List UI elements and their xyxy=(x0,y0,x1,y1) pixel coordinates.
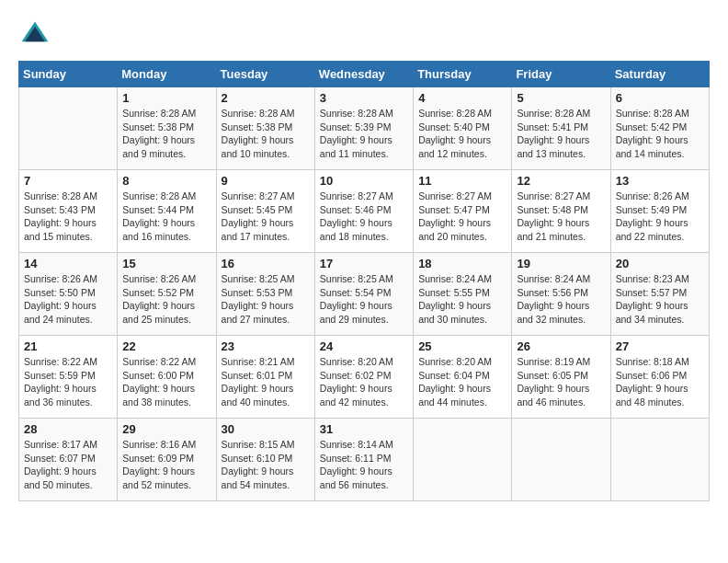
week-row-2: 7Sunrise: 8:28 AMSunset: 5:43 PMDaylight… xyxy=(19,170,710,253)
day-number: 27 xyxy=(616,339,704,353)
calendar-table: SundayMondayTuesdayWednesdayThursdayFrid… xyxy=(18,61,710,501)
day-info: Sunrise: 8:28 AMSunset: 5:38 PMDaylight:… xyxy=(222,107,310,161)
day-info: Sunrise: 8:24 AMSunset: 5:55 PMDaylight:… xyxy=(418,272,506,327)
calendar-cell xyxy=(19,87,118,170)
day-info: Sunrise: 8:27 AMSunset: 5:48 PMDaylight:… xyxy=(517,190,605,244)
header-sunday: Sunday xyxy=(19,62,118,87)
day-info: Sunrise: 8:25 AMSunset: 5:53 PMDaylight:… xyxy=(222,272,310,327)
calendar-cell: 26Sunrise: 8:19 AMSunset: 6:05 PMDayligh… xyxy=(512,336,610,419)
calendar-cell: 11Sunrise: 8:27 AMSunset: 5:47 PMDayligh… xyxy=(414,170,512,253)
day-number: 24 xyxy=(320,339,408,353)
day-number: 3 xyxy=(320,91,408,105)
day-info: Sunrise: 8:22 AMSunset: 6:00 PMDaylight:… xyxy=(122,355,210,409)
day-number: 19 xyxy=(517,257,605,270)
calendar-cell: 13Sunrise: 8:26 AMSunset: 5:49 PMDayligh… xyxy=(610,170,709,253)
day-info: Sunrise: 8:26 AMSunset: 5:49 PMDaylight:… xyxy=(616,190,704,244)
day-number: 12 xyxy=(517,174,605,188)
day-number: 14 xyxy=(24,257,112,270)
day-info: Sunrise: 8:25 AMSunset: 5:54 PMDaylight:… xyxy=(320,272,408,327)
calendar-cell: 2Sunrise: 8:28 AMSunset: 5:38 PMDaylight… xyxy=(216,87,314,170)
calendar-cell: 23Sunrise: 8:21 AMSunset: 6:01 PMDayligh… xyxy=(216,336,314,419)
day-info: Sunrise: 8:23 AMSunset: 5:57 PMDaylight:… xyxy=(616,272,704,327)
logo-icon xyxy=(18,18,51,52)
day-number: 5 xyxy=(517,91,605,105)
day-info: Sunrise: 8:14 AMSunset: 6:11 PMDaylight:… xyxy=(320,438,408,492)
day-info: Sunrise: 8:26 AMSunset: 5:50 PMDaylight:… xyxy=(24,272,112,327)
day-info: Sunrise: 8:15 AMSunset: 6:10 PMDaylight:… xyxy=(222,438,310,492)
logo xyxy=(18,18,55,52)
calendar-cell: 6Sunrise: 8:28 AMSunset: 5:42 PMDaylight… xyxy=(610,87,709,170)
day-info: Sunrise: 8:28 AMSunset: 5:42 PMDaylight:… xyxy=(616,107,704,161)
day-info: Sunrise: 8:27 AMSunset: 5:46 PMDaylight:… xyxy=(320,190,408,244)
day-info: Sunrise: 8:26 AMSunset: 5:52 PMDaylight:… xyxy=(122,272,210,327)
calendar-cell: 3Sunrise: 8:28 AMSunset: 5:39 PMDaylight… xyxy=(314,87,413,170)
header-friday: Friday xyxy=(512,62,610,87)
calendar-cell xyxy=(610,419,709,501)
day-info: Sunrise: 8:28 AMSunset: 5:43 PMDaylight:… xyxy=(24,190,112,244)
calendar-cell: 12Sunrise: 8:27 AMSunset: 5:48 PMDayligh… xyxy=(512,170,610,253)
week-row-5: 28Sunrise: 8:17 AMSunset: 6:07 PMDayligh… xyxy=(19,419,710,501)
calendar-header: SundayMondayTuesdayWednesdayThursdayFrid… xyxy=(19,62,710,87)
day-info: Sunrise: 8:28 AMSunset: 5:41 PMDaylight:… xyxy=(517,107,605,161)
calendar-cell: 28Sunrise: 8:17 AMSunset: 6:07 PMDayligh… xyxy=(19,419,118,501)
calendar-cell: 14Sunrise: 8:26 AMSunset: 5:50 PMDayligh… xyxy=(19,253,118,336)
day-number: 16 xyxy=(222,257,310,270)
header-tuesday: Tuesday xyxy=(216,62,314,87)
day-info: Sunrise: 8:20 AMSunset: 6:02 PMDaylight:… xyxy=(320,355,408,409)
day-info: Sunrise: 8:22 AMSunset: 5:59 PMDaylight:… xyxy=(24,355,112,409)
day-number: 4 xyxy=(418,91,506,105)
day-number: 9 xyxy=(222,174,310,188)
day-number: 2 xyxy=(222,91,310,105)
week-row-3: 14Sunrise: 8:26 AMSunset: 5:50 PMDayligh… xyxy=(19,253,710,336)
calendar-cell: 29Sunrise: 8:16 AMSunset: 6:09 PMDayligh… xyxy=(118,419,216,501)
day-number: 7 xyxy=(24,174,112,188)
day-info: Sunrise: 8:27 AMSunset: 5:45 PMDaylight:… xyxy=(222,190,310,244)
calendar-cell: 15Sunrise: 8:26 AMSunset: 5:52 PMDayligh… xyxy=(118,253,216,336)
day-number: 15 xyxy=(122,257,210,270)
calendar-cell: 20Sunrise: 8:23 AMSunset: 5:57 PMDayligh… xyxy=(610,253,709,336)
day-number: 10 xyxy=(320,174,408,188)
day-number: 8 xyxy=(122,174,210,188)
week-row-1: 1Sunrise: 8:28 AMSunset: 5:38 PMDaylight… xyxy=(19,87,710,170)
day-info: Sunrise: 8:28 AMSunset: 5:39 PMDaylight:… xyxy=(320,107,408,161)
day-info: Sunrise: 8:21 AMSunset: 6:01 PMDaylight:… xyxy=(222,355,310,409)
day-number: 11 xyxy=(418,174,506,188)
day-number: 22 xyxy=(122,339,210,353)
calendar-cell: 9Sunrise: 8:27 AMSunset: 5:45 PMDaylight… xyxy=(216,170,314,253)
day-number: 21 xyxy=(24,339,112,353)
calendar-cell: 1Sunrise: 8:28 AMSunset: 5:38 PMDaylight… xyxy=(118,87,216,170)
calendar-cell: 21Sunrise: 8:22 AMSunset: 5:59 PMDayligh… xyxy=(19,336,118,419)
day-number: 18 xyxy=(418,257,506,270)
day-number: 13 xyxy=(616,174,704,188)
day-info: Sunrise: 8:27 AMSunset: 5:47 PMDaylight:… xyxy=(418,190,506,244)
calendar-cell xyxy=(512,419,610,501)
header-thursday: Thursday xyxy=(414,62,512,87)
day-number: 17 xyxy=(320,257,408,270)
day-number: 30 xyxy=(222,422,310,436)
day-info: Sunrise: 8:17 AMSunset: 6:07 PMDaylight:… xyxy=(24,438,112,492)
day-info: Sunrise: 8:18 AMSunset: 6:06 PMDaylight:… xyxy=(616,355,704,409)
header-monday: Monday xyxy=(118,62,216,87)
day-info: Sunrise: 8:16 AMSunset: 6:09 PMDaylight:… xyxy=(122,438,210,492)
day-number: 26 xyxy=(517,339,605,353)
day-info: Sunrise: 8:24 AMSunset: 5:56 PMDaylight:… xyxy=(517,272,605,327)
calendar-cell: 5Sunrise: 8:28 AMSunset: 5:41 PMDaylight… xyxy=(512,87,610,170)
day-number: 31 xyxy=(320,422,408,436)
calendar-cell: 17Sunrise: 8:25 AMSunset: 5:54 PMDayligh… xyxy=(314,253,413,336)
week-row-4: 21Sunrise: 8:22 AMSunset: 5:59 PMDayligh… xyxy=(19,336,710,419)
calendar-cell xyxy=(414,419,512,501)
day-number: 20 xyxy=(616,257,704,270)
calendar-cell: 10Sunrise: 8:27 AMSunset: 5:46 PMDayligh… xyxy=(314,170,413,253)
day-info: Sunrise: 8:28 AMSunset: 5:40 PMDaylight:… xyxy=(418,107,506,161)
day-number: 1 xyxy=(122,91,210,105)
calendar-cell: 30Sunrise: 8:15 AMSunset: 6:10 PMDayligh… xyxy=(216,419,314,501)
header-saturday: Saturday xyxy=(610,62,709,87)
calendar-cell: 31Sunrise: 8:14 AMSunset: 6:11 PMDayligh… xyxy=(314,419,413,501)
header-row: SundayMondayTuesdayWednesdayThursdayFrid… xyxy=(19,62,710,87)
calendar-cell: 4Sunrise: 8:28 AMSunset: 5:40 PMDaylight… xyxy=(414,87,512,170)
header-wednesday: Wednesday xyxy=(314,62,413,87)
calendar-body: 1Sunrise: 8:28 AMSunset: 5:38 PMDaylight… xyxy=(19,87,710,501)
calendar-cell: 7Sunrise: 8:28 AMSunset: 5:43 PMDaylight… xyxy=(19,170,118,253)
day-number: 6 xyxy=(616,91,704,105)
calendar-cell: 16Sunrise: 8:25 AMSunset: 5:53 PMDayligh… xyxy=(216,253,314,336)
